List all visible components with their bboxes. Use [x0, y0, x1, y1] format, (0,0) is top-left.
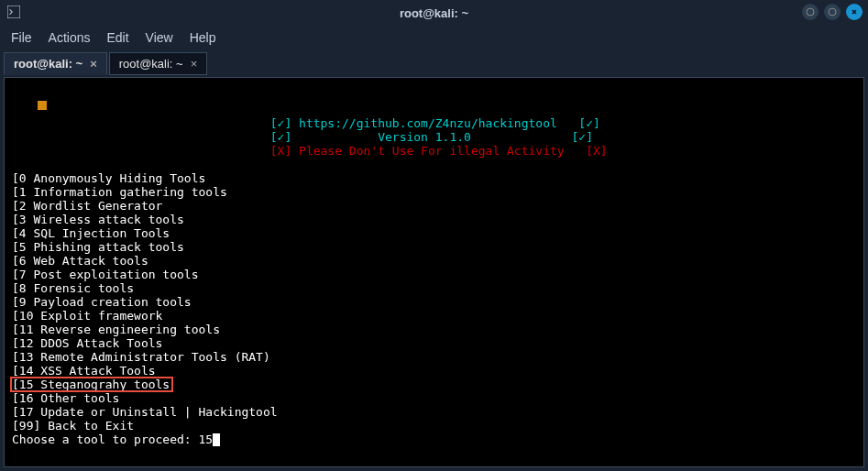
menu-file[interactable]: File [11, 30, 32, 45]
minimize-button[interactable] [802, 4, 819, 20]
box-icon [38, 101, 47, 110]
menu-item: [12 DDOS Attack Tools [12, 336, 858, 350]
menu-item: [4 SQL Injection Tools [12, 226, 858, 240]
menu-item: [6 Web Attack tools [12, 254, 858, 268]
menu-item: [17 Update or Uninstall | Hackingtool [12, 405, 858, 419]
tab-label: root@kali: ~ [14, 57, 82, 71]
menu-help[interactable]: Help [190, 30, 216, 45]
terminal-output[interactable]: [✓] https://github.com/Z4nzu/hackingtool… [4, 77, 864, 467]
window-controls [802, 4, 863, 20]
menu-view[interactable]: View [146, 30, 173, 45]
terminal-icon [7, 5, 20, 18]
close-icon[interactable]: × [90, 57, 97, 71]
close-button[interactable] [846, 4, 863, 20]
svg-point-2 [829, 8, 836, 16]
prompt-input[interactable]: 15 [199, 433, 214, 446]
menu-item: [15 Steganograhy tools [12, 378, 858, 391]
prompt-line[interactable]: Choose a tool to proceed: 15 [12, 433, 858, 446]
header-line: [✓] Version 1.1.0 [✓] [12, 130, 858, 144]
tab-terminal-2[interactable]: root@kali: ~ × [109, 52, 208, 75]
svg-point-1 [807, 8, 814, 16]
menu-item: [8 Forensic tools [12, 281, 858, 295]
menu-item: [3 Wireless attack tools [12, 213, 858, 226]
window-title: root@kali: ~ [400, 6, 468, 20]
header-line: [X] Please Don't Use For illegal Activit… [12, 144, 858, 158]
menu-item: [10 Exploit framework [12, 309, 858, 323]
menu-item: [1 Information gathering tools [12, 185, 858, 199]
menu-item: [13 Remote Administrator Tools (RAT) [12, 350, 858, 364]
maximize-button[interactable] [824, 4, 841, 20]
menu-item: [99] Back to Exit [12, 419, 858, 433]
svg-rect-0 [7, 5, 20, 18]
menu-item: [7 Post exploitation tools [12, 268, 858, 281]
prompt-text: Choose a tool to proceed: [12, 433, 199, 446]
menubar: File Actions Edit View Help [0, 26, 868, 49]
tab-terminal-1[interactable]: root@kali: ~ × [4, 52, 107, 75]
menu-actions[interactable]: Actions [49, 30, 91, 45]
tabbar: root@kali: ~ × root@kali: ~ × [0, 49, 868, 75]
menu-item: [2 Wordlist Generator [12, 199, 858, 213]
header-line: [✓] https://github.com/Z4nzu/hackingtool… [12, 116, 858, 130]
menu-item: [16 Other tools [12, 391, 858, 405]
menu-item: [11 Reverse engineering tools [12, 323, 858, 336]
menu-item: [0 Anonymously Hiding Tools [12, 171, 858, 185]
tab-label: root@kali: ~ [119, 57, 183, 71]
menu-item: [14 XSS Attack Tools [12, 364, 858, 378]
cursor-icon [213, 433, 220, 446]
titlebar: root@kali: ~ [0, 0, 868, 26]
menu-edit[interactable]: Edit [106, 30, 128, 45]
menu-item: [5 Phishing attack tools [12, 240, 858, 254]
menu-item: [9 Payload creation tools [12, 295, 858, 309]
close-icon[interactable]: × [191, 57, 198, 71]
